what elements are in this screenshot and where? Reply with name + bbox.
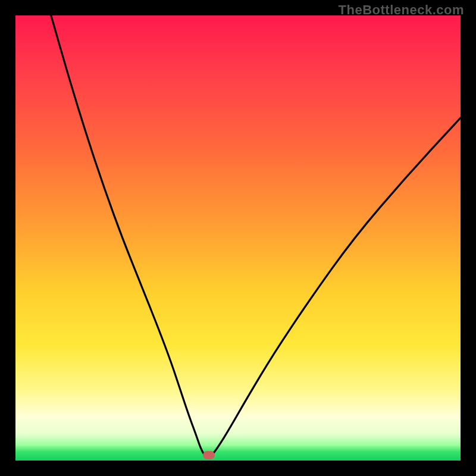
chart-frame: TheBottleneck.com bbox=[0, 0, 476, 476]
optimum-marker bbox=[203, 451, 215, 459]
watermark-text: TheBottleneck.com bbox=[339, 2, 464, 18]
bottleneck-curve bbox=[15, 15, 461, 461]
plot-area bbox=[15, 15, 461, 461]
